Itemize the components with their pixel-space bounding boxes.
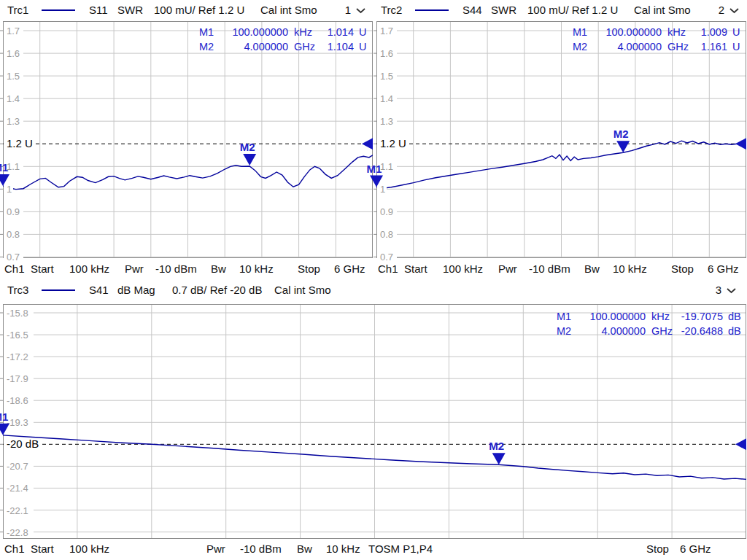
swr-chart-s11: 1.71.61.51.41.31.2 U1.110.90.80.7M1M2 bbox=[3, 21, 373, 258]
trace-color-sample bbox=[42, 9, 75, 11]
y-tick-label: -22.8 bbox=[7, 527, 28, 538]
marker-name: M1 bbox=[557, 309, 576, 324]
swr-chart-s44: 1.71.61.51.41.31.2 U1.110.90.80.7M1M2 bbox=[376, 21, 746, 258]
stop-value: 6 GHz bbox=[708, 258, 739, 280]
trace-format: SWR bbox=[117, 0, 143, 20]
marker-label-M2: M2 bbox=[614, 128, 629, 140]
y-tick-label: 1.7 bbox=[7, 26, 20, 36]
y-tick-label: 1 bbox=[380, 184, 385, 195]
start-value: 100 kHz bbox=[69, 539, 109, 559]
y-tick-label: 1.3 bbox=[380, 116, 393, 127]
marker-val-unit: dB bbox=[723, 309, 742, 324]
diagram-area-3: Trc3 S41 dB Mag 0.7 dB/ Ref -20 dB Cal i… bbox=[0, 280, 747, 560]
stop-label: Stop bbox=[298, 258, 320, 280]
bandwidth-label: Bw bbox=[297, 539, 312, 559]
marker-label-M2: M2 bbox=[489, 440, 504, 452]
marker-stimulus: 100.000000 bbox=[218, 25, 288, 39]
marker-stim-unit: kHz bbox=[662, 25, 689, 39]
marker-value: 1.009 bbox=[689, 25, 727, 39]
start-label: Start bbox=[31, 258, 54, 280]
marker-value: -20.6488 bbox=[673, 324, 723, 338]
chevron-down-icon bbox=[729, 7, 740, 14]
trace-header-2[interactable]: Trc2 S44 SWR 100 mU/ Ref 1.2 U Cal int S… bbox=[374, 0, 747, 20]
bandwidth-label: Bw bbox=[584, 258, 600, 280]
y-tick-label: -19.3 bbox=[7, 417, 28, 428]
marker-label-M2: M2 bbox=[240, 141, 255, 153]
stop-value: 6 GHz bbox=[334, 258, 365, 280]
stop-label: Stop bbox=[646, 539, 669, 559]
power-value: -10 dBm bbox=[529, 258, 570, 280]
cal-status-value: TOSM P1,P4 bbox=[368, 539, 433, 559]
marker-readout: M1 100.000000 kHz 1.009 U M2 4.000000 GH… bbox=[573, 25, 742, 54]
y-tick-label: 0.8 bbox=[7, 229, 20, 240]
y-tick-label: -20.7 bbox=[7, 461, 28, 472]
y-tick-label: -22.1 bbox=[7, 505, 28, 516]
chart-plot-area-2: 1.71.61.51.41.31.2 U1.110.90.80.7M1M2 M1… bbox=[376, 21, 746, 258]
marker-value: 1.104 bbox=[316, 39, 354, 54]
dbmag-chart-s41: -15.8-16.5-17.2-17.9-18.6-19.3-20 dB-20.… bbox=[3, 304, 746, 539]
diagram-number-button[interactable]: 1 bbox=[345, 0, 366, 20]
ref-level-label: -20 dB bbox=[7, 438, 39, 450]
marker-stimulus: 4.000000 bbox=[592, 39, 662, 54]
y-tick-label: 1.1 bbox=[7, 161, 20, 172]
ref-level-arrow[interactable] bbox=[362, 138, 373, 149]
trace-scale: 0.7 dB/ Ref -20 dB bbox=[172, 280, 262, 300]
ref-level-arrow[interactable] bbox=[735, 138, 746, 149]
diagram-number-button[interactable]: 3 bbox=[716, 280, 737, 300]
y-tick-label: 0.9 bbox=[7, 206, 20, 217]
y-tick-label: 1.6 bbox=[380, 48, 393, 59]
marker-stimulus: 4.000000 bbox=[576, 324, 646, 338]
trace-header-1[interactable]: Trc1 S11 SWR 100 mU/ Ref 1.2 U Cal int S… bbox=[0, 0, 374, 20]
trace-name: Trc3 bbox=[7, 280, 28, 300]
y-tick-label: -21.4 bbox=[7, 483, 28, 494]
trace-name: Trc1 bbox=[7, 0, 28, 20]
diagram-number: 1 bbox=[345, 0, 351, 20]
marker-symbol-M1[interactable] bbox=[0, 424, 9, 435]
ref-level-label: 1.2 U bbox=[380, 137, 406, 149]
start-label: Start bbox=[404, 258, 427, 280]
y-tick-label: 1.3 bbox=[7, 116, 20, 127]
marker-readout: M1 100.000000 kHz -19.7075 dB M2 4.00000… bbox=[557, 309, 742, 338]
channel-footer-1: Ch1 Start 100 kHz Pwr -10 dBm Bw 10 kHz … bbox=[0, 258, 374, 280]
trace-meas: S41 bbox=[89, 280, 109, 300]
chart-plot-area-1: 1.71.61.51.41.31.2 U1.110.90.80.7M1M2 M1… bbox=[3, 21, 373, 258]
marker-label-M1: M1 bbox=[0, 411, 8, 423]
start-value: 100 kHz bbox=[69, 258, 109, 280]
trace-format: dB Mag bbox=[117, 280, 155, 300]
trace-header-3[interactable]: Trc3 S41 dB Mag 0.7 dB/ Ref -20 dB Cal i… bbox=[0, 280, 747, 300]
ref-level-arrow[interactable] bbox=[735, 438, 746, 450]
y-tick-label: -17.2 bbox=[7, 351, 28, 362]
trace-scale: 100 mU/ Ref 1.2 U bbox=[527, 0, 618, 20]
y-tick-label: 1.6 bbox=[7, 48, 20, 59]
marker-name: M1 bbox=[573, 25, 592, 39]
trace-color-sample bbox=[415, 9, 449, 11]
marker-stim-unit: GHz bbox=[288, 39, 316, 54]
y-tick-label: -15.8 bbox=[7, 308, 28, 319]
marker-stimulus: 100.000000 bbox=[592, 25, 662, 39]
marker-name: M2 bbox=[199, 39, 218, 54]
diagram-number-button[interactable]: 2 bbox=[719, 0, 740, 20]
marker-name: M2 bbox=[557, 324, 576, 338]
marker-name: M1 bbox=[199, 25, 218, 39]
marker-symbol-M2[interactable] bbox=[492, 453, 506, 464]
y-tick-label: 1.4 bbox=[380, 93, 393, 104]
marker-symbol-M2[interactable] bbox=[616, 141, 630, 152]
marker-symbol-M2[interactable] bbox=[243, 154, 256, 166]
power-label: Pwr bbox=[498, 258, 517, 280]
vna-screen: Trc1 S11 SWR 100 mU/ Ref 1.2 U Cal int S… bbox=[0, 0, 747, 560]
marker-stim-unit: GHz bbox=[662, 39, 689, 54]
y-tick-label: 1 bbox=[7, 184, 12, 195]
channel-label: Ch1 bbox=[4, 258, 25, 280]
trace-meas: S11 bbox=[89, 0, 108, 20]
y-tick-label: 1.5 bbox=[380, 71, 393, 82]
diagram-number: 2 bbox=[719, 0, 724, 20]
channel-label: Ch1 bbox=[4, 539, 25, 559]
ref-level-label: 1.2 U bbox=[7, 137, 33, 149]
trace-scale: 100 mU/ Ref 1.2 U bbox=[154, 0, 244, 20]
y-tick-label: 0.8 bbox=[380, 229, 393, 240]
trace-color-sample bbox=[42, 289, 75, 291]
channel-label: Ch1 bbox=[378, 258, 398, 280]
start-label: Start bbox=[31, 539, 54, 559]
y-tick-label: -17.9 bbox=[7, 373, 28, 384]
trace-format: SWR bbox=[491, 0, 516, 20]
